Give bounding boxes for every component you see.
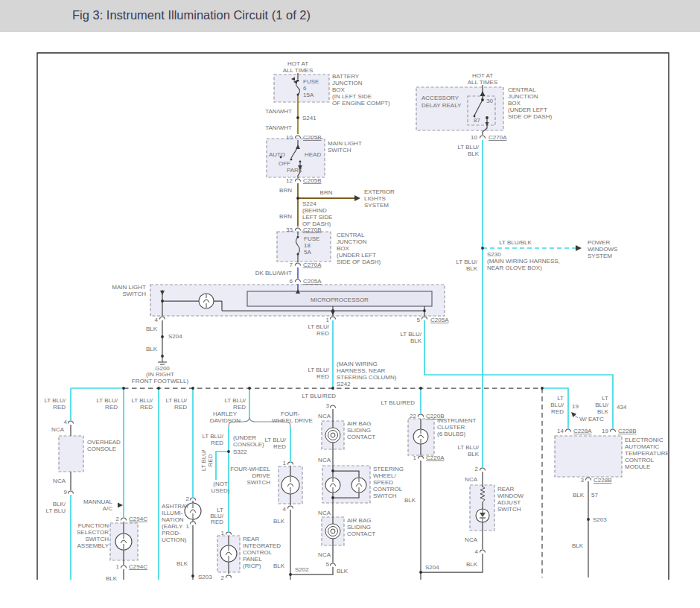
diagram-label: JUNCTION bbox=[508, 93, 538, 100]
fuse-terminal bbox=[297, 94, 299, 96]
diagram-label: LT BLU bbox=[46, 507, 66, 514]
diagram-label: BOX bbox=[508, 100, 521, 107]
diagram-label: (UNDER LEFT bbox=[337, 252, 376, 259]
connector-pin bbox=[69, 421, 74, 424]
arrowhead bbox=[576, 245, 582, 251]
component-box bbox=[59, 436, 83, 472]
diagram-label: LT BLU/ bbox=[400, 331, 421, 338]
diagram-label: 4 bbox=[283, 506, 287, 513]
diagram-label: NCA bbox=[318, 551, 331, 558]
connector-pin bbox=[419, 456, 424, 459]
diagram-label: CONTROL bbox=[625, 457, 655, 463]
diagram-label: LT bbox=[602, 395, 608, 402]
diagram-label: BLK bbox=[404, 497, 416, 504]
diagram-label: SWITCH bbox=[328, 147, 351, 153]
diagram-label: LT BLU/ bbox=[96, 397, 118, 404]
diagram-label: MICROPROCESSOR bbox=[311, 297, 369, 303]
diagram-label: LEFT SIDE bbox=[302, 214, 332, 221]
diagram-label: BLK bbox=[466, 561, 478, 568]
diagram-label: LT BLU/ bbox=[264, 437, 286, 443]
diagram-label: 14 bbox=[557, 428, 564, 434]
connector-pin bbox=[480, 550, 486, 553]
diagram-label: S202 bbox=[295, 566, 309, 573]
diagram-label: RED bbox=[53, 404, 66, 411]
diagram-label: INSTRUMENT bbox=[437, 417, 477, 424]
diagram-label: C205B bbox=[303, 134, 321, 141]
diagram-label: DAVIDSON bbox=[210, 417, 241, 424]
diagram-label: REAR bbox=[497, 486, 514, 493]
junction-dot bbox=[423, 309, 426, 312]
diagram-label: BLK bbox=[176, 560, 188, 567]
connector-pin bbox=[296, 228, 301, 231]
diagram-label: OF ENGINE COMPT) bbox=[332, 100, 390, 107]
diagram-label: BLK bbox=[468, 451, 480, 457]
diagram-label: 3 bbox=[581, 477, 585, 484]
diagram-label: S230 bbox=[487, 251, 501, 258]
diagram-label: CONTROL bbox=[373, 486, 403, 493]
diagram-label: RED bbox=[233, 404, 246, 411]
diagram-label: C228B bbox=[618, 428, 636, 434]
diagram-label: PANEL bbox=[243, 556, 262, 563]
diagram-label: BLK bbox=[146, 326, 158, 332]
diagram-label: 22 bbox=[410, 413, 416, 419]
diagram-label: BLK bbox=[573, 492, 585, 498]
connector-pin bbox=[226, 575, 232, 577]
diagram-label: (BEHIND bbox=[302, 207, 327, 214]
junction-dot bbox=[331, 387, 334, 390]
diagram-label: C228A bbox=[573, 428, 592, 434]
diagram-label: BRN bbox=[320, 189, 333, 196]
diagram-label: CONTROL bbox=[243, 549, 273, 556]
diagram-label: FOUR- bbox=[281, 411, 300, 417]
connector-pin bbox=[480, 468, 486, 471]
diagram-label: NCA bbox=[51, 426, 65, 433]
diagram-label: POWER bbox=[588, 239, 610, 246]
diagram-label: 57 bbox=[591, 492, 598, 498]
diagram-label: BLK bbox=[273, 518, 285, 525]
connector-pin bbox=[69, 491, 74, 494]
diagram-label: OVERHEAD bbox=[87, 439, 121, 446]
diagram-label: BOX bbox=[337, 245, 350, 252]
diagram-label: S204 bbox=[425, 564, 439, 571]
connector-pin bbox=[191, 522, 196, 524]
diagram-label: 1 bbox=[283, 460, 287, 466]
diagram-label: LT bbox=[557, 395, 564, 402]
diagram-label: RED bbox=[207, 454, 214, 466]
diagram-label: AUTOMATIC bbox=[625, 443, 660, 450]
diagram-label: 1 bbox=[221, 530, 225, 536]
diagram-label: RED bbox=[316, 373, 329, 380]
diagram-label: LT BLU/ bbox=[457, 144, 479, 151]
diagram-label: LT BLU/BLK bbox=[499, 239, 532, 246]
diagram-label: C205B bbox=[303, 177, 321, 184]
connector-pin bbox=[422, 317, 427, 320]
diagram-label: MAIN LIGHT bbox=[328, 140, 362, 147]
diagram-label: S204 bbox=[168, 333, 182, 340]
diagram-label: MAIN LIGHT bbox=[112, 284, 146, 291]
diagram-label: NCA bbox=[465, 536, 478, 543]
diagram-label: (EARLY bbox=[162, 523, 183, 530]
connector-pin bbox=[288, 506, 293, 508]
component-box bbox=[274, 75, 329, 102]
diagram-label: BLK bbox=[572, 542, 584, 549]
connector-pin bbox=[121, 566, 127, 569]
diagram-label: SYSTEM bbox=[364, 202, 389, 209]
diagram-label: ALL TIMES bbox=[468, 79, 497, 86]
diagram-label: SWITCH bbox=[122, 291, 146, 297]
diagram-label: CLUSTER bbox=[437, 424, 465, 431]
junction-dot bbox=[191, 574, 194, 577]
junction-dot bbox=[419, 387, 422, 390]
diagram-label: C294C bbox=[129, 563, 147, 570]
diagram-label: TAN/WHT bbox=[265, 108, 292, 115]
diagram-label: LT BLU/ bbox=[308, 367, 329, 373]
diagram-label: C228B bbox=[594, 477, 611, 484]
diagram-label: 3 bbox=[326, 402, 330, 409]
arrowhead bbox=[118, 503, 123, 508]
connector-pin bbox=[288, 462, 293, 464]
connector-pin bbox=[191, 498, 196, 501]
connector-pin bbox=[566, 429, 571, 431]
diagram-label: LT BLU/RED bbox=[381, 399, 416, 406]
diagram-label: C270B bbox=[303, 227, 321, 233]
diagram-label: FUSE bbox=[304, 235, 319, 242]
diagram-label: HOT AT bbox=[287, 60, 308, 67]
diagram-label: RED bbox=[551, 408, 564, 415]
diagram-label: WHEEL DRIVE bbox=[272, 417, 313, 424]
